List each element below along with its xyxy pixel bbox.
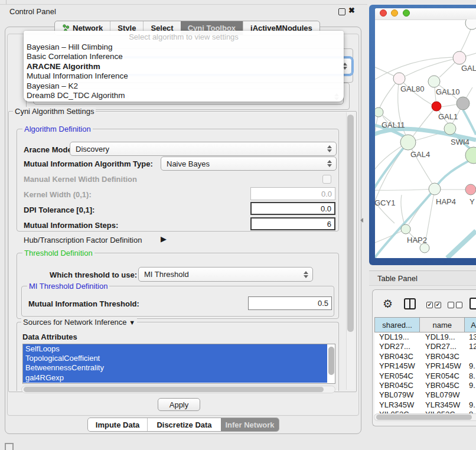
table-panel-title: Table Panel <box>377 274 418 283</box>
aracne-mode-label: Aracne Mode: <box>24 145 74 154</box>
kernel-width-field: 0.0 <box>250 187 335 200</box>
top-tick <box>6 0 6 4</box>
algorithm-option-basic-correlation[interactable]: Basic Correlation Inference <box>24 52 344 61</box>
column-header-shared-name[interactable]: shared... <box>375 318 420 332</box>
table-row[interactable]: YBR043CYBR043C <box>374 352 476 361</box>
node-gal4[interactable] <box>400 135 416 150</box>
table-row[interactable]: YPR145WYPR145W9. <box>374 361 476 371</box>
combo-arrows-icon <box>327 142 332 155</box>
which-threshold-label: Which threshold to use: <box>50 270 137 279</box>
close-window-icon[interactable] <box>380 9 387 17</box>
list-item[interactable]: gal4RGexp <box>23 373 327 383</box>
maximize-window-icon[interactable] <box>403 9 410 17</box>
tab-discretize-data[interactable]: Discretize Data <box>147 418 221 431</box>
node-label: HAP2 <box>407 236 427 244</box>
which-threshold-combo[interactable]: MI Threshold <box>138 267 313 282</box>
mi-threshold-group-title: MI Threshold Definition <box>27 282 109 291</box>
new-table-icon[interactable] <box>470 298 476 309</box>
dock-panel-icon[interactable] <box>5 443 14 450</box>
column-header-partial[interactable]: A <box>465 318 476 332</box>
data-attributes-label: Data Attributes <box>22 332 77 341</box>
algorithm-option-bayesian-hill[interactable]: Bayesian – Hill Climbing <box>24 43 344 52</box>
algorithm-option-aracne[interactable]: ARACNE Algorithm <box>24 62 344 71</box>
combo-arrows-icon <box>327 157 332 170</box>
algorithm-option-dream8[interactable]: Dream8 DC_TDC Algorithm <box>24 91 344 100</box>
node-label: GAL80 <box>400 84 424 93</box>
select-all-checkboxes-icon[interactable]: ✔ ✔ <box>426 302 441 308</box>
table-row[interactable]: YBR045CYBR045C9. <box>374 381 476 390</box>
sources-collapse-icon[interactable]: ▼ <box>129 319 135 326</box>
mi-threshold-field[interactable]: 0.5 <box>248 296 332 310</box>
table-hscrollbar-thumb[interactable] <box>376 415 472 420</box>
node-label: Y <box>470 197 475 206</box>
node-label: GAL10 <box>436 87 459 96</box>
mi-type-label: Mutual Information Algorithm Type: <box>24 159 153 168</box>
table-row[interactable]: YDR27...YDR27...12 <box>374 342 476 351</box>
network-canvas[interactable]: GAL GAL80 GAL10 GAL1 GAL11 SWI4 GAL4 GCY… <box>375 19 476 258</box>
hub-expand-icon[interactable]: ▶ <box>161 234 167 243</box>
hub-definition-label: Hub/Transcription Factor Definition <box>24 236 142 244</box>
tab-impute-data[interactable]: Impute Data <box>88 418 147 431</box>
node-gray[interactable] <box>457 97 470 110</box>
kernel-width-label: Kernel Width (0,1): <box>24 190 92 199</box>
node-gal1[interactable] <box>444 123 456 135</box>
table-row[interactable]: YER054CYER054C8. <box>374 371 476 381</box>
manual-kernel-label: Manual Kernel Width Definition <box>24 175 137 184</box>
table-rows: YDL19...YDL19...13 YDR27...YDR27...12 YB… <box>374 332 476 415</box>
node-label: HAP4 <box>436 197 456 206</box>
table-row[interactable]: YBL079WYBL079W <box>374 390 476 400</box>
node-selected-red[interactable] <box>432 102 441 111</box>
threshold-definition-title: Threshold Definition <box>22 249 94 257</box>
algorithm-definition-title: Algorithm Definition <box>22 125 93 133</box>
node-label: GCY1 <box>375 198 395 207</box>
mi-steps-field[interactable]: 6 <box>250 217 335 230</box>
dpi-tolerance-label: DPI Tolerance [0,1]: <box>24 206 94 214</box>
dpi-tolerance-field[interactable]: 0.0 <box>250 202 335 215</box>
manual-kernel-checkbox <box>322 175 331 184</box>
settings-scrollbar-thumb[interactable] <box>347 115 354 332</box>
table-row[interactable]: YLR345WYLR345W9. <box>374 400 476 410</box>
node-hap2[interactable] <box>401 224 410 234</box>
column-header-name[interactable]: name <box>420 318 465 332</box>
close-panel-icon[interactable]: ✖ <box>348 6 355 15</box>
mi-threshold-label: Mutual Information Threshold: <box>28 299 139 308</box>
splitter-collapse-icon[interactable] <box>360 218 363 223</box>
tab-infer-network[interactable]: Infer Network <box>221 418 279 431</box>
application-root: Control Panel ✖ Network Style Select Cyn… <box>0 0 476 450</box>
deselect-all-checkboxes-icon[interactable] <box>448 302 462 308</box>
network-window-titlebar[interactable] <box>375 8 476 20</box>
node-gal11[interactable] <box>375 107 383 117</box>
node[interactable] <box>465 19 476 30</box>
algorithm-dropdown-popup: Select algorithm to view settings Bayesi… <box>24 31 344 102</box>
mi-steps-label: Mutual Information Steps: <box>24 221 118 230</box>
algorithm-option-mutual-information[interactable]: Mutual Information Inference <box>24 71 344 81</box>
node-salmon[interactable] <box>465 184 476 195</box>
top-divider <box>0 4 367 5</box>
list-scrollbar-thumb[interactable] <box>328 347 334 375</box>
list-item[interactable]: BetweennessCentrality <box>23 363 327 373</box>
table-header-row: shared... name A <box>374 317 476 332</box>
algorithm-option-bayesian-k2[interactable]: Bayesian – K2 <box>24 81 344 91</box>
table-row[interactable]: YDL19...YDL19...13 <box>374 332 476 342</box>
list-item[interactable]: SelfLoops <box>23 344 327 354</box>
aracne-mode-combo[interactable]: Discovery <box>70 142 337 156</box>
apply-button[interactable]: Apply <box>158 398 200 411</box>
column-layout-icon[interactable] <box>404 298 416 309</box>
node-label: SWI4 <box>451 138 470 146</box>
node[interactable] <box>453 51 466 64</box>
cyni-algorithm-settings-title: Cyni Algorithm Settings <box>13 107 96 116</box>
bottom-tabbar: Impute Data Discretize Data Infer Networ… <box>87 418 279 432</box>
minimize-window-icon[interactable] <box>391 9 398 17</box>
table-settings-gear-icon[interactable]: ⚙ <box>383 297 393 311</box>
node-hap4[interactable] <box>429 183 441 195</box>
mi-type-combo[interactable]: Naive Bayes <box>161 156 337 171</box>
node-gal10[interactable] <box>428 76 440 87</box>
node-label: GAL4 <box>410 150 430 159</box>
node[interactable] <box>420 243 429 253</box>
list-item[interactable]: TopologicalCoefficient <box>23 354 327 363</box>
float-panel-icon[interactable] <box>338 8 345 15</box>
node-gal80[interactable] <box>393 73 405 84</box>
node-label: GAL1 <box>438 112 458 121</box>
data-attributes-list[interactable]: SelfLoops TopologicalCoefficient Between… <box>22 344 335 384</box>
list-hscrollbar-thumb[interactable] <box>24 387 324 392</box>
